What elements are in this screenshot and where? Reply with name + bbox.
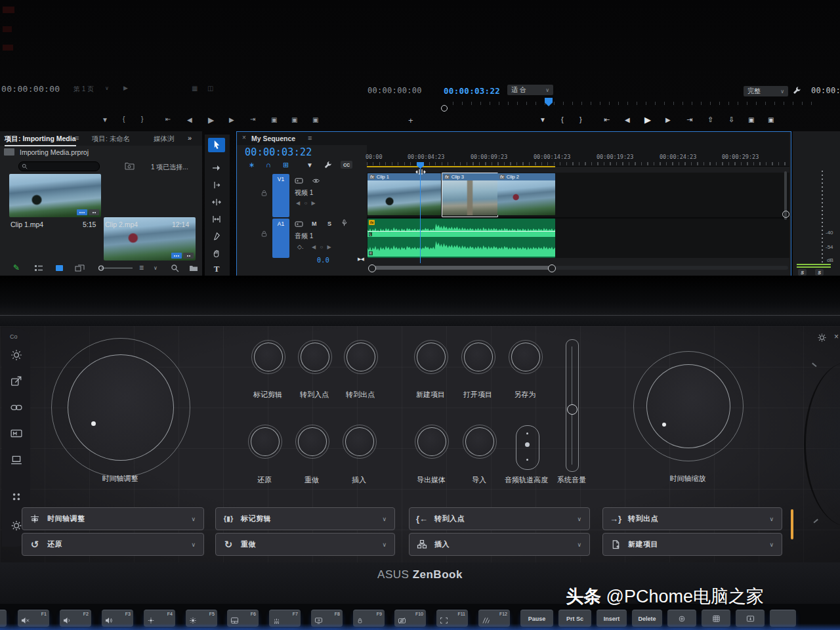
icon-view-icon[interactable] bbox=[55, 264, 64, 272]
timeline-h-scrollbar[interactable] bbox=[368, 266, 788, 270]
clip-1-name[interactable]: Clip 1.mp4 bbox=[10, 220, 43, 228]
solo-button[interactable]: S bbox=[815, 269, 824, 276]
zoom-slider[interactable] bbox=[96, 264, 135, 272]
lock-icon[interactable] bbox=[261, 190, 268, 197]
pad-scroll-indicator[interactable] bbox=[791, 509, 793, 539]
tab-my-sequence[interactable]: My Sequence bbox=[251, 135, 295, 142]
system-volume-slider[interactable] bbox=[566, 339, 579, 472]
mark-out-icon[interactable]: } bbox=[579, 116, 582, 123]
step-forward-icon[interactable]: ▶ bbox=[229, 117, 234, 123]
export-frame-icon[interactable]: ▣ bbox=[312, 117, 318, 123]
step-back-icon[interactable]: ◀ bbox=[625, 117, 630, 123]
track-visibility-eye-icon[interactable] bbox=[312, 178, 320, 184]
scrollbar-thumb[interactable] bbox=[371, 266, 552, 270]
writable-pencil-icon[interactable]: ✎ bbox=[13, 263, 20, 272]
solo-button[interactable]: S bbox=[798, 269, 807, 276]
pad-button-open-project[interactable] bbox=[461, 340, 495, 374]
pen-tool[interactable] bbox=[207, 229, 226, 243]
overwrite-icon[interactable]: ▣ bbox=[291, 117, 297, 123]
keyframe-nav-icons[interactable]: ◀ ○ ▶ bbox=[312, 244, 333, 250]
settings-gear-icon[interactable] bbox=[10, 520, 22, 532]
source-patch-icon[interactable] bbox=[295, 178, 303, 184]
scroll-handle-icon[interactable] bbox=[368, 264, 376, 272]
screen-switch-icon[interactable] bbox=[10, 454, 22, 466]
tab-media-browser[interactable]: 媒体浏 bbox=[154, 135, 184, 144]
track-select-tool[interactable] bbox=[207, 161, 226, 175]
mark-out-icon[interactable]: } bbox=[141, 116, 143, 123]
pad-button-insert[interactable] bbox=[343, 425, 377, 459]
pad-button-new-project[interactable] bbox=[414, 340, 448, 374]
freeform-view-icon[interactable] bbox=[75, 264, 85, 272]
qa-timeline-adjust[interactable]: 时间轴调整 ∨ bbox=[22, 507, 204, 530]
pad-button-redo[interactable] bbox=[295, 425, 329, 459]
brightness-icon[interactable] bbox=[10, 349, 22, 361]
linked-selection-icon[interactable]: ⊞ bbox=[283, 161, 289, 169]
zoom-fit-dropdown[interactable]: 适 合 ∨ bbox=[507, 85, 553, 95]
track-v1-target[interactable]: V1 bbox=[272, 174, 289, 217]
captions-icon[interactable]: CC bbox=[341, 161, 352, 169]
play-icon[interactable]: ▶ bbox=[123, 85, 128, 91]
nest-toggle-icon[interactable]: ∗ bbox=[249, 161, 255, 169]
window-link-icon[interactable] bbox=[10, 402, 22, 413]
audio-track-name[interactable]: 音频 1 bbox=[295, 232, 313, 241]
play-icon[interactable]: ▶ bbox=[644, 116, 651, 124]
timeline-ruler[interactable]: 00:00 00:00:04:23 00:00:09:23 00:00:14:2… bbox=[367, 145, 789, 167]
timeline-timecode[interactable]: 00:00:03:22 bbox=[245, 146, 312, 158]
new-bin-icon[interactable] bbox=[189, 264, 198, 272]
lift-icon[interactable]: ⇧ bbox=[707, 116, 713, 123]
app-grid-icon[interactable] bbox=[10, 491, 22, 503]
qa-undo[interactable]: ↺ 还原 ∨ bbox=[22, 533, 204, 556]
search-input[interactable] bbox=[18, 161, 100, 171]
pad-button-save-as[interactable] bbox=[509, 340, 543, 374]
pad-button-export-media[interactable] bbox=[415, 425, 449, 459]
timeline-settings-wrench-icon[interactable] bbox=[324, 161, 332, 169]
timeline-clip-2[interactable]: fxClip 2 bbox=[497, 173, 555, 215]
keyframe-diamond-icon[interactable]: ◇. bbox=[297, 243, 303, 250]
settings-wrench-icon[interactable] bbox=[792, 86, 801, 95]
add-marker-icon[interactable]: ▼ bbox=[306, 161, 313, 169]
find-icon[interactable] bbox=[171, 264, 179, 272]
pad-button-go-to-out[interactable] bbox=[344, 340, 378, 374]
volume-rubber-band[interactable] bbox=[368, 231, 555, 232]
keyframe-nav-icons[interactable]: ◀ ○ ▶ bbox=[296, 200, 317, 206]
search-bin-icon[interactable] bbox=[125, 161, 135, 170]
source-patch-icon[interactable] bbox=[295, 221, 303, 227]
go-to-out-icon[interactable]: ⇥ bbox=[686, 116, 692, 123]
pad-button-mark-clip[interactable] bbox=[251, 340, 285, 374]
go-to-in-icon[interactable]: ⇤ bbox=[165, 116, 171, 123]
close-icon[interactable]: × bbox=[242, 134, 246, 141]
selection-tool[interactable] bbox=[208, 138, 225, 152]
project-file-name[interactable]: Importing Media.prproj bbox=[20, 148, 89, 156]
mute-button[interactable]: M bbox=[312, 220, 317, 227]
program-timecode[interactable]: 00:00:03:22 bbox=[444, 86, 500, 96]
qa-go-to-out[interactable]: →} 转到出点 ∨ bbox=[602, 507, 782, 530]
program-scrub-ruler[interactable] bbox=[453, 102, 820, 105]
type-tool[interactable]: T bbox=[207, 262, 226, 276]
jog-dial-inner[interactable] bbox=[68, 354, 174, 461]
panel-menu-icon[interactable]: ≡ bbox=[308, 134, 312, 142]
sort-icon[interactable]: ≡ bbox=[139, 263, 144, 272]
add-marker-icon[interactable]: ▼ bbox=[539, 117, 546, 123]
mark-in-icon[interactable]: { bbox=[123, 116, 125, 123]
scrub-handle-icon[interactable] bbox=[441, 105, 448, 112]
add-marker-icon[interactable]: ▼ bbox=[102, 117, 108, 123]
qa-mark-clip[interactable]: {▮} 标记剪辑 ∨ bbox=[215, 507, 395, 530]
list-view-icon[interactable] bbox=[34, 264, 43, 272]
pad-button-import[interactable] bbox=[463, 425, 497, 459]
track-a1-target[interactable]: A1 bbox=[272, 219, 289, 258]
rate-stretch-tool[interactable] bbox=[207, 212, 226, 226]
export-frame-icon[interactable]: ▣ bbox=[748, 117, 754, 123]
go-to-out-icon[interactable]: ⇥ bbox=[250, 116, 255, 123]
voiceover-mic-icon[interactable] bbox=[341, 219, 348, 227]
audio-gain-value[interactable]: 0.0 bbox=[317, 257, 329, 264]
video-track-name[interactable]: 视频 1 bbox=[295, 188, 313, 198]
close-icon[interactable]: × bbox=[834, 332, 839, 341]
ripple-edit-tool[interactable] bbox=[207, 178, 226, 192]
timeline-clip-1[interactable]: fxClip 1 bbox=[368, 173, 441, 215]
qa-new-project[interactable]: 新建项目 ∨ bbox=[602, 533, 782, 556]
hand-tool[interactable] bbox=[207, 246, 226, 261]
chevron-down-icon[interactable]: ∨ bbox=[105, 85, 109, 91]
playback-quality-dropdown[interactable]: 完整 ∨ bbox=[744, 86, 788, 96]
insert-icon[interactable]: ▣ bbox=[271, 117, 277, 123]
qa-redo[interactable]: ↻ 重做 ∨ bbox=[215, 533, 395, 556]
